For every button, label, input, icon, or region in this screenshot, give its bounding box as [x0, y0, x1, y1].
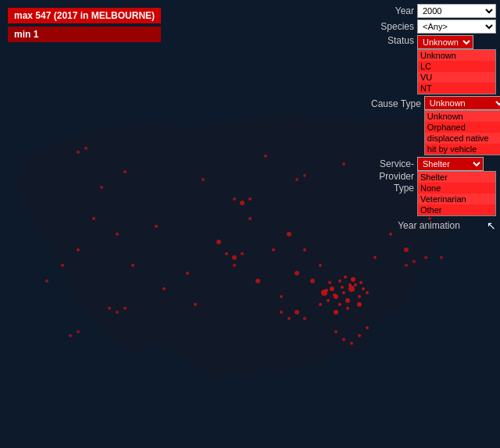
svg-point-70: [84, 147, 88, 150]
status-dropdown-container: Unknown LC VU NT Unknown LC VU NT: [417, 35, 496, 94]
svg-point-2: [342, 291, 345, 294]
svg-point-52: [342, 338, 345, 341]
status-label: Status: [371, 35, 414, 46]
max-stat: max 547 (2017 in MELBOURNE): [8, 8, 161, 23]
cause-type-row: Cause Type Unknown Orphaned displaced na…: [371, 96, 496, 155]
svg-point-9: [354, 283, 357, 286]
svg-point-22: [233, 264, 236, 267]
svg-point-55: [303, 317, 306, 320]
status-option-lc[interactable]: LC: [418, 61, 495, 72]
svg-point-5: [345, 298, 350, 303]
svg-point-73: [405, 264, 408, 267]
status-option-unknown[interactable]: Unknown: [418, 50, 495, 61]
svg-point-26: [389, 233, 392, 236]
svg-point-56: [288, 317, 291, 320]
svg-point-78: [344, 276, 347, 279]
svg-point-71: [295, 178, 298, 181]
year-select[interactable]: 2000 2001 2002 2005 2010 2015 2017: [417, 4, 496, 18]
svg-point-61: [240, 201, 245, 205]
svg-point-6: [327, 299, 330, 302]
cause-type-option-hitvehicle[interactable]: hit by vehicle: [425, 144, 500, 155]
svg-point-12: [319, 303, 322, 306]
service-provider-option-other[interactable]: Other: [418, 204, 495, 215]
svg-point-8: [330, 286, 334, 291]
svg-point-39: [280, 295, 283, 298]
svg-point-50: [358, 334, 361, 337]
status-select[interactable]: Unknown LC VU NT: [417, 35, 473, 49]
status-option-nt[interactable]: NT: [418, 83, 495, 94]
cause-type-option-unknown[interactable]: Unknown: [425, 111, 500, 122]
svg-point-59: [241, 252, 244, 255]
svg-point-24: [116, 233, 119, 236]
svg-point-49: [366, 326, 369, 329]
species-select[interactable]: <Any>: [417, 20, 496, 34]
svg-point-48: [342, 162, 345, 165]
svg-point-30: [77, 248, 80, 251]
svg-point-60: [225, 252, 228, 255]
svg-point-25: [92, 217, 95, 220]
svg-point-33: [131, 264, 134, 267]
svg-point-21: [186, 272, 189, 275]
svg-point-11: [366, 291, 369, 294]
svg-point-54: [295, 310, 299, 315]
svg-point-77: [338, 279, 341, 283]
stats-overlay: max 547 (2017 in MELBOURNE) min 1: [8, 8, 161, 45]
svg-point-15: [357, 302, 362, 307]
service-provider-option-vet[interactable]: Veterinarian: [418, 194, 495, 204]
cause-type-open-list: Unknown Orphaned displaced native hit by…: [424, 110, 500, 155]
svg-point-32: [45, 279, 48, 283]
svg-point-79: [351, 277, 355, 282]
svg-point-19: [272, 248, 275, 251]
svg-point-68: [77, 330, 80, 333]
min-stat: min 1: [8, 27, 161, 42]
svg-point-83: [359, 281, 362, 284]
service-provider-dropdown-container: Shelter None Veterinarian Other Shelter …: [417, 157, 496, 216]
year-label: Year: [371, 5, 414, 16]
svg-point-18: [248, 217, 252, 220]
cause-type-option-displaced[interactable]: displaced native: [425, 133, 500, 144]
svg-point-40: [310, 279, 315, 283]
svg-point-51: [350, 342, 353, 345]
svg-point-31: [61, 264, 64, 267]
cause-type-dropdown-container: Unknown Orphaned displaced native hit by…: [424, 96, 500, 155]
svg-point-3: [348, 286, 355, 292]
svg-point-65: [123, 307, 127, 310]
svg-point-85: [333, 293, 336, 297]
year-row: Year 2000 2001 2002 2005 2010 2015 2017: [371, 4, 496, 18]
svg-point-67: [69, 334, 72, 337]
species-row: Species <Any>: [371, 20, 496, 34]
svg-point-62: [248, 197, 252, 201]
svg-point-16: [155, 225, 158, 228]
svg-point-20: [287, 232, 291, 236]
svg-point-35: [194, 303, 197, 306]
svg-point-37: [303, 248, 306, 251]
service-provider-option-none[interactable]: None: [418, 183, 495, 194]
svg-point-34: [162, 287, 166, 290]
svg-point-36: [255, 279, 260, 283]
svg-point-82: [328, 281, 331, 284]
cause-type-option-orphaned[interactable]: Orphaned: [425, 122, 500, 133]
svg-point-23: [295, 271, 299, 276]
service-provider-select[interactable]: Shelter None Veterinarian Other: [417, 157, 484, 171]
svg-point-75: [424, 256, 427, 259]
svg-point-81: [348, 283, 352, 286]
svg-point-7: [358, 295, 361, 298]
svg-point-57: [280, 311, 283, 314]
svg-point-38: [319, 264, 322, 267]
status-option-vu[interactable]: VU: [418, 72, 495, 83]
status-row: Status Unknown LC VU NT Unknown LC VU NT: [371, 35, 496, 94]
svg-point-14: [346, 307, 349, 310]
year-animation-label[interactable]: Year animation: [371, 220, 487, 231]
year-animation-row: Year animation ↖: [371, 219, 496, 232]
svg-point-66: [108, 307, 111, 310]
service-provider-option-shelter[interactable]: Shelter: [418, 172, 495, 183]
svg-point-13: [334, 310, 338, 315]
species-label: Species: [371, 21, 414, 32]
svg-point-28: [373, 256, 377, 259]
service-provider-row: Service-ProviderType Shelter None Veteri…: [371, 157, 496, 216]
svg-point-72: [303, 174, 306, 177]
cause-type-label: Cause Type: [371, 96, 421, 111]
cause-type-select[interactable]: Unknown Orphaned displaced native hit by…: [424, 96, 500, 110]
service-provider-label: Service-ProviderType: [371, 157, 414, 195]
svg-point-63: [233, 197, 236, 201]
